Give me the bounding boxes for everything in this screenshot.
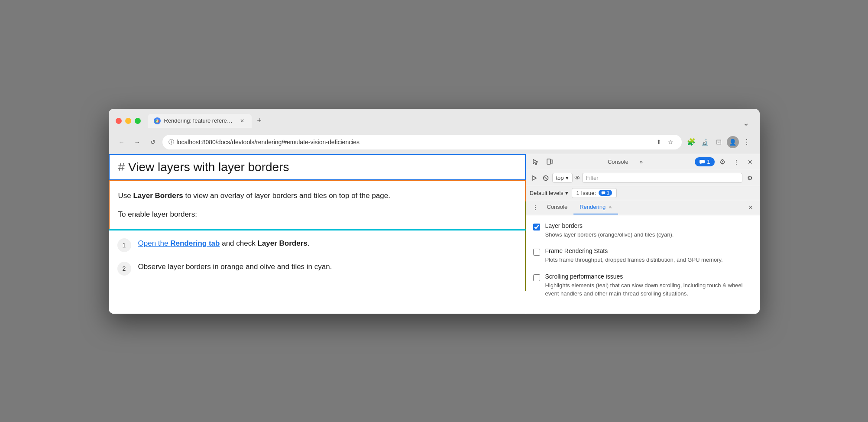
rendering-panel: Layer borders Shows layer borders (orang… [526,215,760,314]
content-block-1: Use Layer Borders to view an overlay of … [109,180,526,201]
devtools-ext-icon[interactable]: 🔬 [699,136,711,148]
title-bar-top: Rendering: feature reference - ✕ + ⌄ [116,114,753,128]
devtools-settings-button[interactable]: ⚙ [716,156,729,168]
devtools-bottom-tabs: ⋮ Console Rendering × × [526,200,760,215]
devtools-close-button[interactable]: ✕ [744,156,756,168]
forward-icon: → [134,139,140,146]
close-traffic-light[interactable] [116,118,122,124]
inspect-element-button[interactable] [530,156,542,168]
filter-settings-button[interactable]: ⚙ [744,172,756,184]
url-text: localhost:8080/docs/devtools/rendering/#… [177,139,651,146]
page-heading: # View layers with layer borders [118,160,516,174]
console-bottom-tab[interactable]: Console [541,200,574,214]
devtools-panel: Console » 1 ⚙ ⋮ [526,154,760,314]
more-button[interactable]: ⋮ [741,136,753,148]
svg-rect-3 [551,160,553,163]
issue-count-badge: 1 [599,190,612,196]
step1-suffix: and check [222,239,257,247]
extensions-icon[interactable]: 🧩 [685,136,697,148]
svg-rect-4 [700,160,705,163]
paragraph-2: To enable layer borders: [118,208,516,220]
scrolling-perf-item: Scrolling performance issues Highlights … [533,273,753,298]
devtools-toolbar-1: Console » 1 ⚙ ⋮ [526,154,760,170]
eye-button[interactable]: 👁 [574,175,580,182]
layer-borders-desc: Shows layer borders (orange/olive) and t… [545,230,753,239]
svg-marker-5 [533,176,536,180]
reload-button[interactable]: ↺ [147,136,159,148]
context-label: top [556,175,564,181]
profile-button[interactable]: 👤 [727,136,739,148]
title-bar: Rendering: feature reference - ✕ + ⌄ [109,109,760,131]
devtools-more-button[interactable]: ⋮ [730,156,742,168]
steps-section: 1 Open the Rendering tab and check Layer… [109,230,526,291]
maximize-traffic-light[interactable] [135,118,141,124]
back-button[interactable]: ← [116,136,128,148]
console-panel-tab[interactable]: Console [602,157,634,167]
eye-icon: 👁 [574,175,580,182]
step-number-2: 2 [117,262,131,276]
execute-button[interactable] [530,173,539,183]
rendering-bottom-tab[interactable]: Rendering × [573,200,618,214]
browser-content: # View layers with layer borders Use Lay… [109,154,760,314]
share-icon[interactable]: ⬆ [654,137,664,147]
default-levels-selector[interactable]: Default levels ▾ [530,190,568,196]
new-tab-button[interactable]: + [253,114,266,128]
frame-rendering-content: Frame Rendering Stats Plots frame throug… [545,247,753,264]
frame-rendering-item: Frame Rendering Stats Plots frame throug… [533,247,753,264]
step1-bold: Layer Borders [257,239,307,247]
address-bar: ← → ↺ ⓘ localhost:8080/docs/devtools/ren… [109,131,760,154]
message-count-badge[interactable]: 1 [695,157,714,166]
devtools-toolbar-2: top ▾ 👁 Filter ⚙ [526,170,760,186]
browser-window: Rendering: feature reference - ✕ + ⌄ ← →… [109,109,760,314]
heading-section: # View layers with layer borders [109,154,526,180]
profile-icon: 👤 [729,139,736,146]
url-bar[interactable]: ⓘ localhost:8080/docs/devtools/rendering… [162,135,682,149]
page-wrapper: # View layers with layer borders Use Lay… [109,154,526,291]
panel-more-button[interactable]: ⋮ [530,201,541,214]
split-icon[interactable]: ⊡ [713,136,725,148]
forward-button[interactable]: → [131,136,143,148]
scrolling-perf-checkbox[interactable] [533,274,540,281]
rendering-tab-link[interactable]: Open the Rendering tab [138,239,220,247]
step-text-1: Open the Rendering tab and check Layer B… [138,237,310,249]
frame-rendering-desc: Plots frame throughput, dropped frames d… [545,256,753,264]
chevron-down-icon: ▾ [566,175,569,181]
stop-button[interactable] [541,173,551,183]
context-selector[interactable]: top ▾ [552,173,573,183]
devtools-panel-close[interactable]: × [745,200,756,215]
svg-rect-2 [547,159,551,164]
layer-borders-checkbox[interactable] [533,224,540,230]
minimize-traffic-light[interactable] [125,118,131,124]
tab-title: Rendering: feature reference - [164,117,235,124]
tab-favicon [154,117,161,124]
puzzle-icon: 🧩 [687,138,696,146]
stop-icon [543,175,549,181]
filter-placeholder: Filter [586,175,599,181]
issue-count: 1 [607,190,609,195]
device-icon [546,159,553,166]
step-1: 1 Open the Rendering tab and check Layer… [117,237,516,252]
rendering-tab-close[interactable]: × [609,204,612,210]
layer-borders-content: Layer borders Shows layer borders (orang… [545,222,753,239]
issues-button[interactable]: 1 Issue: 1 [572,188,617,198]
tab-close-button[interactable]: ✕ [239,117,246,124]
rendering-tab-label: Rendering [580,204,606,210]
frame-rendering-checkbox[interactable] [533,249,540,256]
hash-symbol: # [118,160,125,174]
gear-icon: ⚙ [719,158,725,166]
active-tab[interactable]: Rendering: feature reference - ✕ [148,114,252,128]
play-icon [531,175,538,181]
address-actions: ⬆ ☆ [654,137,676,147]
device-toolbar-button[interactable] [544,156,556,168]
traffic-lights [116,118,141,124]
filter-input[interactable]: Filter [582,173,742,183]
bookmark-icon[interactable]: ☆ [666,137,676,147]
eyedropper-icon: 🔬 [701,139,709,146]
more-panels-button[interactable]: » [635,157,648,167]
heading-text: View layers with layer borders [128,160,289,174]
step-text-2: Observe layer borders in orange and oliv… [138,261,332,273]
layer-borders-item: Layer borders Shows layer borders (orang… [533,222,753,239]
content-block-2: To enable layer borders: [109,201,526,230]
issue-chat-icon [601,191,606,195]
tab-list-button[interactable]: ⌄ [743,118,753,128]
